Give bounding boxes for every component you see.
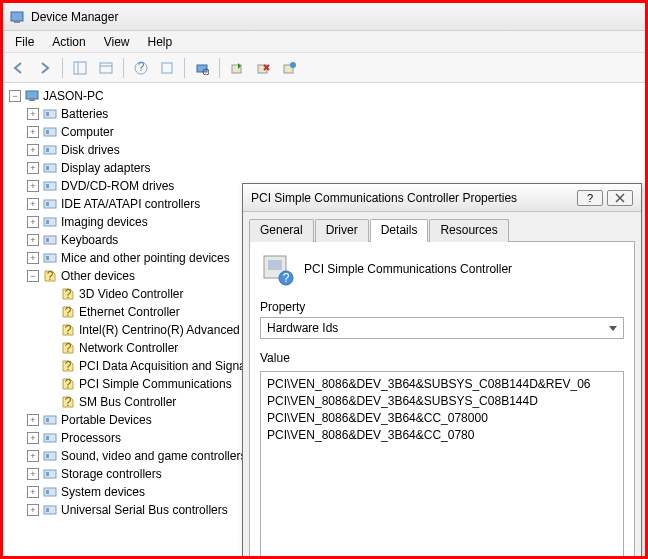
tree-leaf[interactable]: ?SM Bus Controller xyxy=(45,393,176,411)
device-category-icon xyxy=(42,214,58,230)
show-hide-tree-button[interactable] xyxy=(68,56,92,80)
svg-rect-16 xyxy=(29,99,35,101)
tree-node[interactable]: +Batteries xyxy=(27,105,108,123)
svg-rect-31 xyxy=(44,236,56,244)
tree-node[interactable]: +Processors xyxy=(27,429,121,447)
tab-general[interactable]: General xyxy=(249,219,314,242)
tree-node-label: Universal Serial Bus controllers xyxy=(61,501,228,519)
close-button[interactable] xyxy=(607,190,633,206)
device-category-icon xyxy=(42,160,58,176)
tree-leaf-label: 3D Video Controller xyxy=(79,285,184,303)
expand-icon[interactable]: + xyxy=(27,216,39,228)
svg-rect-28 xyxy=(46,202,49,206)
svg-rect-53 xyxy=(44,506,56,514)
svg-rect-2 xyxy=(74,62,86,74)
tree-leaf[interactable]: ?Network Controller xyxy=(45,339,178,357)
tree-node[interactable]: +Storage controllers xyxy=(27,465,162,483)
expand-icon[interactable]: + xyxy=(27,144,39,156)
tree-node[interactable]: +Portable Devices xyxy=(27,411,152,429)
tree-node[interactable]: +System devices xyxy=(27,483,145,501)
svg-rect-25 xyxy=(44,182,56,190)
svg-rect-21 xyxy=(44,146,56,154)
tree-leaf-label: Network Controller xyxy=(79,339,178,357)
expand-icon[interactable]: + xyxy=(27,180,39,192)
tree-node[interactable]: +Disk drives xyxy=(27,141,120,159)
svg-rect-51 xyxy=(44,488,56,496)
tab-details[interactable]: Details xyxy=(370,219,429,242)
tree-leaf[interactable]: ?Ethernet Controller xyxy=(45,303,180,321)
svg-text:?: ? xyxy=(65,323,72,337)
svg-rect-56 xyxy=(268,260,282,270)
tree-node[interactable]: +Keyboards xyxy=(27,231,118,249)
tree-node[interactable]: +IDE ATA/ATAPI controllers xyxy=(27,195,200,213)
help-button[interactable]: ? xyxy=(129,56,153,80)
svg-rect-54 xyxy=(46,508,49,512)
tab-panel-details: ? PCI Simple Communications Controller P… xyxy=(249,241,635,556)
device-category-icon xyxy=(42,430,58,446)
list-item[interactable]: PCI\VEN_8086&DEV_3B64&CC_0780 xyxy=(267,427,617,444)
tree-leaf[interactable]: ?PCI Data Acquisition and Signal xyxy=(45,357,248,375)
svg-rect-43 xyxy=(44,416,56,424)
tree-node-label: System devices xyxy=(61,483,145,501)
list-item[interactable]: PCI\VEN_8086&DEV_3B64&CC_078000 xyxy=(267,410,617,427)
menu-file[interactable]: File xyxy=(7,33,42,51)
expand-icon[interactable]: + xyxy=(27,414,39,426)
properties-button[interactable] xyxy=(94,56,118,80)
tree-node[interactable]: +Imaging devices xyxy=(27,213,148,231)
back-button[interactable] xyxy=(7,56,31,80)
collapse-icon[interactable]: − xyxy=(9,90,21,102)
disable-button[interactable] xyxy=(277,56,301,80)
tree-root[interactable]: − JASON-PC xyxy=(9,87,643,105)
tree-leaf[interactable]: ?PCI Simple Communications xyxy=(45,375,232,393)
tree-node[interactable]: +Display adapters xyxy=(27,159,150,177)
value-listbox[interactable]: PCI\VEN_8086&DEV_3B64&SUBSYS_C08B144D&RE… xyxy=(260,371,624,556)
list-item[interactable]: PCI\VEN_8086&DEV_3B64&SUBSYS_C08B144D xyxy=(267,393,617,410)
forward-button[interactable] xyxy=(33,56,57,80)
svg-point-14 xyxy=(290,62,296,68)
content-area: − JASON-PC +Batteries+Computer+Disk driv… xyxy=(3,83,645,556)
menu-help[interactable]: Help xyxy=(140,33,181,51)
menu-view[interactable]: View xyxy=(96,33,138,51)
tab-resources[interactable]: Resources xyxy=(429,219,508,242)
svg-text:?: ? xyxy=(65,287,72,301)
expand-icon[interactable]: + xyxy=(27,486,39,498)
expand-icon[interactable]: + xyxy=(27,450,39,462)
tree-node-label: Other devices xyxy=(61,267,135,285)
list-item[interactable]: PCI\VEN_8086&DEV_3B64&SUBSYS_C08B144D&RE… xyxy=(267,376,617,393)
tree-leaf[interactable]: ?3D Video Controller xyxy=(45,285,184,303)
scan-hardware-button[interactable] xyxy=(190,56,214,80)
tab-driver[interactable]: Driver xyxy=(315,219,369,242)
svg-text:?: ? xyxy=(65,395,72,409)
expand-icon[interactable]: + xyxy=(27,162,39,174)
collapse-icon[interactable]: − xyxy=(27,270,39,282)
expand-icon[interactable]: + xyxy=(27,234,39,246)
update-driver-button[interactable] xyxy=(225,56,249,80)
tree-node[interactable]: +Mice and other pointing devices xyxy=(27,249,230,267)
svg-rect-47 xyxy=(44,452,56,460)
svg-text:?: ? xyxy=(138,61,145,74)
property-dropdown[interactable]: Hardware Ids xyxy=(260,317,624,339)
toolbar-separator xyxy=(123,58,124,78)
expand-icon[interactable]: + xyxy=(27,198,39,210)
menu-action[interactable]: Action xyxy=(44,33,93,51)
unknown-device-icon: ? xyxy=(60,322,76,338)
action-button[interactable] xyxy=(155,56,179,80)
uninstall-button[interactable] xyxy=(251,56,275,80)
tree-node[interactable]: +DVD/CD-ROM drives xyxy=(27,177,174,195)
expand-icon[interactable]: + xyxy=(27,252,39,264)
tree-node[interactable]: +Computer xyxy=(27,123,114,141)
expand-icon[interactable]: + xyxy=(27,126,39,138)
tree-node[interactable]: +Universal Serial Bus controllers xyxy=(27,501,228,519)
svg-rect-33 xyxy=(44,254,56,262)
expand-icon[interactable]: + xyxy=(27,504,39,516)
expand-icon[interactable]: + xyxy=(27,468,39,480)
tree-leaf[interactable]: ?Intel(R) Centrino(R) Advanced xyxy=(45,321,240,339)
expand-icon[interactable]: + xyxy=(27,108,39,120)
device-large-icon: ? xyxy=(260,252,294,286)
help-button[interactable]: ? xyxy=(577,190,603,206)
tree-node-label: Sound, video and game controllers xyxy=(61,447,246,465)
tree-node[interactable]: +Sound, video and game controllers xyxy=(27,447,246,465)
toolbar-separator xyxy=(62,58,63,78)
tree-node-label: DVD/CD-ROM drives xyxy=(61,177,174,195)
expand-icon[interactable]: + xyxy=(27,432,39,444)
